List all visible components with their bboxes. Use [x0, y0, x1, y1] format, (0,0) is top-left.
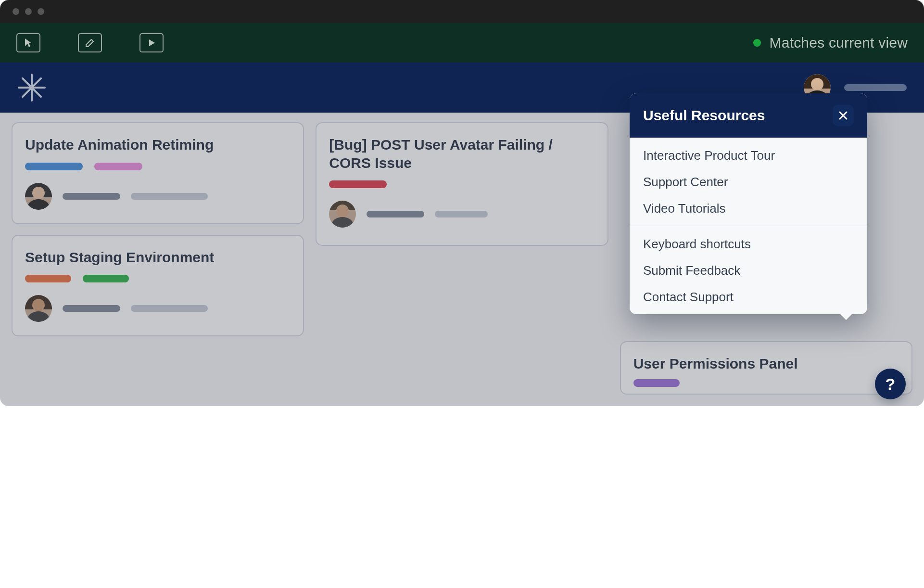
popover-item-video-tutorials[interactable]: Video Tutorials — [643, 201, 854, 216]
window-control-close[interactable] — [13, 8, 19, 15]
card-tags — [633, 379, 899, 387]
toolbar-status: Matches current view — [753, 35, 908, 51]
board-column: [Bug] POST User Avatar Failing / CORS Is… — [316, 122, 608, 395]
close-icon — [838, 110, 848, 121]
popover-close-button[interactable] — [833, 105, 854, 126]
popover-item-interactive-tour[interactable]: Interactive Product Tour — [643, 148, 854, 163]
popover-item-support-center[interactable]: Support Center — [643, 175, 854, 190]
popover-item-contact-support[interactable]: Contact Support — [643, 290, 854, 305]
header-user-name-placeholder — [844, 84, 907, 91]
popover-item-keyboard-shortcuts[interactable]: Keyboard shortcuts — [643, 237, 854, 252]
assignee-meta-placeholder — [131, 193, 208, 200]
popover-header: Useful Resources — [630, 93, 867, 138]
editor-toolbar: Matches current view — [0, 23, 924, 63]
window-control-zoom[interactable] — [38, 8, 44, 15]
card-tags — [25, 275, 291, 282]
board-card[interactable]: [Bug] POST User Avatar Failing / CORS Is… — [316, 122, 608, 246]
tag-purple-icon — [633, 379, 680, 387]
status-text: Matches current view — [770, 35, 908, 51]
board-card[interactable]: Update Animation Retiming — [12, 122, 304, 224]
board-card[interactable]: User Permissions Panel — [620, 341, 912, 395]
card-title: [Bug] POST User Avatar Failing / CORS Is… — [329, 136, 595, 172]
card-title: Update Animation Retiming — [25, 136, 291, 154]
window-control-minimize[interactable] — [25, 8, 32, 15]
app-window: Matches current view Update Animation Re… — [0, 0, 924, 406]
tag-green-icon — [83, 275, 129, 282]
card-assignee-row — [329, 201, 595, 228]
assignee-name-placeholder — [63, 193, 120, 200]
tag-red-icon — [329, 180, 387, 188]
useful-resources-popover: Useful Resources Interactive Product Tou… — [630, 93, 867, 314]
status-indicator-dot — [753, 39, 761, 47]
board-column: Update Animation Retiming Setup Staging … — [12, 122, 304, 395]
assignee-name-placeholder — [367, 211, 424, 217]
popover-section-1: Interactive Product Tour Support Center … — [630, 138, 867, 226]
assignee-meta-placeholder — [435, 211, 488, 217]
card-assignee-row — [25, 295, 291, 322]
edit-tool-button[interactable] — [78, 33, 102, 52]
window-titlebar — [0, 0, 924, 23]
help-icon: ? — [886, 375, 896, 394]
board-card[interactable]: Setup Staging Environment — [12, 235, 304, 337]
logo-icon — [17, 73, 46, 102]
card-tags — [329, 180, 595, 188]
popover-section-2: Keyboard shortcuts Submit Feedback Conta… — [630, 226, 867, 314]
tag-blue-icon — [25, 163, 83, 170]
card-title: Setup Staging Environment — [25, 248, 291, 267]
select-tool-button[interactable] — [16, 33, 40, 52]
assignee-avatar[interactable] — [329, 201, 356, 228]
popover-title: Useful Resources — [643, 107, 765, 124]
card-title: User Permissions Panel — [633, 355, 899, 373]
tag-orange-icon — [25, 275, 71, 282]
assignee-name-placeholder — [63, 305, 120, 312]
help-fab-button[interactable]: ? — [875, 369, 906, 399]
assignee-avatar[interactable] — [25, 295, 52, 322]
card-tags — [25, 163, 291, 170]
tag-pink-icon — [94, 163, 142, 170]
popover-item-submit-feedback[interactable]: Submit Feedback — [643, 263, 854, 278]
card-assignee-row — [25, 183, 291, 210]
play-tool-button[interactable] — [139, 33, 164, 52]
assignee-avatar[interactable] — [25, 183, 52, 210]
assignee-meta-placeholder — [131, 305, 208, 312]
